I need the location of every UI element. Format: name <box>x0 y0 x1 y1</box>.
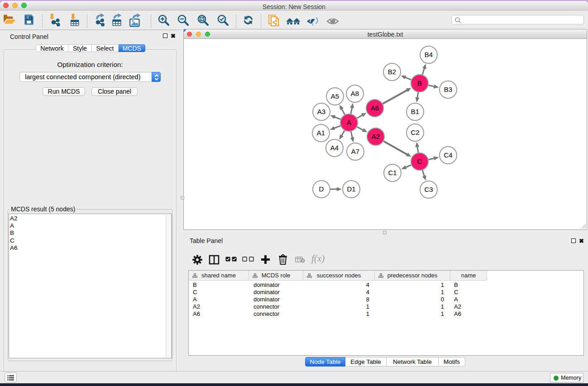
svg-text:A6: A6 <box>371 104 379 112</box>
svg-text:B2: B2 <box>388 68 396 76</box>
svg-text:C4: C4 <box>444 151 452 159</box>
svg-text:A4: A4 <box>330 144 339 152</box>
svg-text:A: A <box>347 119 351 126</box>
svg-text:C: C <box>417 157 422 165</box>
svg-text:C2: C2 <box>411 129 419 136</box>
svg-text:A7: A7 <box>351 148 359 155</box>
svg-text:A3: A3 <box>317 108 325 115</box>
svg-text:D: D <box>319 185 324 193</box>
svg-text:D1: D1 <box>347 185 355 193</box>
svg-text:C1: C1 <box>388 169 397 176</box>
svg-text:B3: B3 <box>444 86 452 93</box>
svg-text:C3: C3 <box>424 186 433 193</box>
svg-text:B: B <box>417 79 422 87</box>
svg-text:A8: A8 <box>351 90 359 97</box>
svg-text:A2: A2 <box>372 133 380 140</box>
svg-text:B4: B4 <box>425 51 433 58</box>
svg-text:B1: B1 <box>411 108 419 115</box>
svg-text:A5: A5 <box>331 92 339 100</box>
svg-text:A1: A1 <box>317 129 325 137</box>
